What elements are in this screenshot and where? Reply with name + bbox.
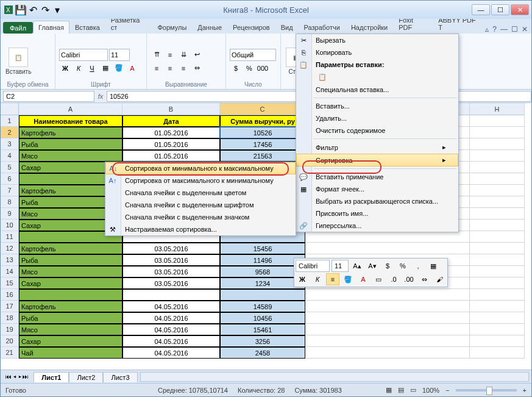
ctx-insert[interactable]: Вставить... — [296, 100, 458, 112]
row-header[interactable]: 13 — [1, 254, 19, 266]
tab-review[interactable]: Рецензиров — [227, 21, 275, 34]
help-icon[interactable]: ? — [492, 25, 497, 34]
row-header[interactable]: 15 — [1, 277, 19, 289]
tab-home[interactable]: Главная — [33, 21, 69, 34]
cell[interactable]: Мясо — [19, 266, 122, 277]
ctx-paste-special[interactable]: Специальная вставка... — [296, 84, 458, 96]
row-header[interactable]: 16 — [1, 289, 19, 301]
ctx-comment[interactable]: 💬Вставить примечание — [296, 171, 458, 183]
cell[interactable] — [470, 115, 525, 127]
row-header[interactable]: 5 — [1, 162, 19, 173]
mini-bold-button[interactable]: Ж — [296, 273, 309, 285]
cell[interactable]: 03.05.2016 — [122, 243, 220, 254]
cell[interactable] — [470, 312, 525, 324]
ctx-sort-custom[interactable]: ⚒Настраиваемая сортировка... — [105, 223, 296, 235]
ctx-format[interactable]: ▦Формат ячеек... — [296, 183, 458, 195]
ctx-sort-color[interactable]: Сначала ячейки с выделенным цветом — [105, 187, 296, 199]
cell[interactable]: 04.05.2016 — [122, 301, 220, 312]
mini-italic-button[interactable]: К — [311, 273, 324, 285]
cell[interactable]: Сахар — [19, 277, 122, 289]
cell[interactable]: 03.05.2016 — [122, 277, 220, 289]
redo-icon[interactable]: ↷ — [40, 4, 51, 15]
cell[interactable] — [305, 335, 470, 347]
cell[interactable]: Мясо — [19, 150, 122, 162]
cell[interactable]: 01.05.2016 — [122, 138, 220, 150]
sheet-tab-3[interactable]: Лист3 — [103, 372, 137, 382]
tab-view[interactable]: Вид — [275, 21, 299, 34]
name-box[interactable]: C2 — [3, 91, 94, 102]
close-button[interactable]: ✕ — [511, 4, 529, 15]
col-header-b[interactable]: B — [122, 103, 220, 115]
cell[interactable]: 11496 — [220, 254, 305, 266]
align-right-button[interactable]: ≡ — [177, 62, 190, 74]
cell[interactable] — [470, 196, 525, 208]
cell[interactable] — [470, 347, 525, 359]
paste-button[interactable]: 📋 Вставить — [4, 46, 32, 76]
cell[interactable]: 04.05.2016 — [122, 335, 220, 347]
cell[interactable] — [470, 185, 525, 196]
cell[interactable]: 15461 — [220, 324, 305, 335]
tab-formulas[interactable]: Формулы — [152, 21, 192, 34]
tab-developer[interactable]: Разработчи — [299, 21, 346, 34]
row-header[interactable]: 17 — [1, 301, 19, 312]
sheet-tab-2[interactable]: Лист2 — [69, 372, 103, 382]
cell[interactable] — [470, 277, 525, 289]
header-cell[interactable]: Дата — [122, 115, 220, 127]
italic-button[interactable]: К — [73, 62, 85, 74]
tab-file[interactable]: Файл — [3, 22, 33, 34]
mini-dec-inc-button[interactable]: .0 — [387, 273, 400, 285]
cell[interactable] — [470, 324, 525, 335]
ctx-sort-font[interactable]: Сначала ячейки с выделенным шрифтом — [105, 199, 296, 211]
cell[interactable]: 21563 — [220, 150, 305, 162]
fill-color-button[interactable]: 🪣 — [113, 62, 125, 74]
ctx-sort-desc[interactable]: A↑Сортировка от максимального к минималь… — [105, 174, 296, 187]
cell[interactable]: 04.05.2016 — [122, 347, 220, 359]
align-top-button[interactable]: ⇈ — [151, 49, 163, 61]
comma-button[interactable]: 000 — [257, 62, 269, 74]
currency-button[interactable]: $ — [230, 62, 242, 74]
cell[interactable]: 03.05.2016 — [122, 254, 220, 266]
wrap-button[interactable]: ↩ — [191, 49, 203, 61]
cell[interactable] — [19, 289, 122, 301]
row-header[interactable]: 2 — [1, 127, 19, 138]
mini-borders-button[interactable]: ▦ — [427, 260, 440, 272]
cell[interactable]: 01.05.2016 — [122, 150, 220, 162]
sheet-tab-1[interactable]: Лист1 — [34, 372, 69, 382]
mini-merge-button[interactable]: ⇔ — [417, 273, 431, 285]
align-left-button[interactable]: ≡ — [151, 62, 163, 74]
row-header[interactable]: 10 — [1, 220, 19, 231]
view-layout-icon[interactable]: ▤ — [398, 386, 404, 394]
cell[interactable]: Картофель — [19, 301, 122, 312]
mini-percent-button[interactable]: % — [396, 260, 410, 272]
ctx-delete[interactable]: Удалить... — [296, 112, 458, 124]
ribbon-min-icon[interactable]: ▵ — [485, 25, 489, 34]
align-bot-button[interactable]: ⇊ — [177, 49, 190, 61]
cell[interactable] — [305, 243, 470, 254]
row-header[interactable]: 19 — [1, 324, 19, 335]
cell[interactable] — [470, 243, 525, 254]
view-normal-icon[interactable]: ▦ — [386, 386, 392, 394]
col-header-h[interactable]: H — [470, 103, 525, 115]
tab-insert[interactable]: Вставка — [69, 21, 105, 34]
row-header[interactable]: 20 — [1, 335, 19, 347]
tab-addins[interactable]: Надстройки — [346, 21, 393, 34]
cell[interactable] — [470, 208, 525, 220]
ctx-paste-default[interactable]: 📋 — [296, 71, 458, 84]
ctx-filter[interactable]: Фильтр▸ — [296, 141, 458, 154]
doc-close-icon[interactable]: ✕ — [522, 25, 528, 34]
ctx-sort[interactable]: Сортировка▸ — [296, 154, 458, 166]
row-header[interactable]: 12 — [1, 243, 19, 254]
cell[interactable]: 10456 — [220, 312, 305, 324]
zoom-out-button[interactable]: − — [445, 387, 449, 394]
col-header-a[interactable]: A — [19, 103, 122, 115]
font-color-button[interactable]: A — [126, 62, 138, 74]
mini-currency-button[interactable]: $ — [381, 260, 394, 272]
mini-font-combo[interactable]: Calibri — [296, 260, 330, 272]
font-name-combo[interactable]: Calibri — [59, 49, 108, 61]
fx-icon[interactable]: fx — [94, 93, 107, 100]
zoom-slider[interactable] — [456, 389, 517, 392]
ctx-cut[interactable]: ✂Вырезать — [296, 34, 458, 46]
mini-align-button[interactable]: ≡ — [326, 273, 339, 285]
cell[interactable]: 10526 — [220, 127, 305, 138]
ctx-copy[interactable]: ⎘Копировать — [296, 46, 458, 59]
